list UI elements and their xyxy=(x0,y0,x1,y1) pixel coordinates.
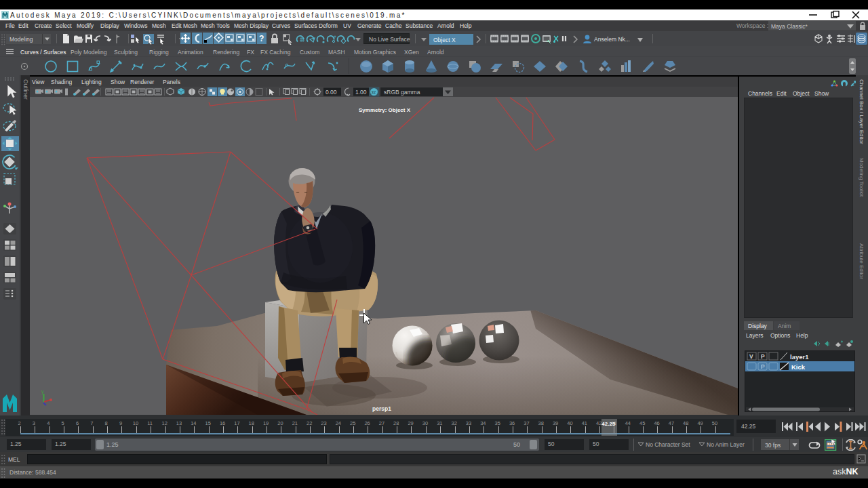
svg-text:persp1: persp1 xyxy=(372,405,391,412)
svg-text:32: 32 xyxy=(372,90,376,94)
svg-text:P: P xyxy=(761,363,765,370)
svg-text:P: P xyxy=(761,353,765,360)
svg-text:V: V xyxy=(749,353,753,360)
svg-text:0.00: 0.00 xyxy=(326,89,337,96)
svg-text:?: ? xyxy=(259,34,264,43)
svg-text:Kick: Kick xyxy=(791,363,806,371)
svg-text:sRGB gamma: sRGB gamma xyxy=(384,89,420,96)
svg-text:y: y xyxy=(41,389,44,394)
svg-text:Symmetry: Object X: Symmetry: Object X xyxy=(359,107,411,113)
svg-text:1.00: 1.00 xyxy=(355,89,367,96)
svg-text:layer1: layer1 xyxy=(790,353,809,361)
